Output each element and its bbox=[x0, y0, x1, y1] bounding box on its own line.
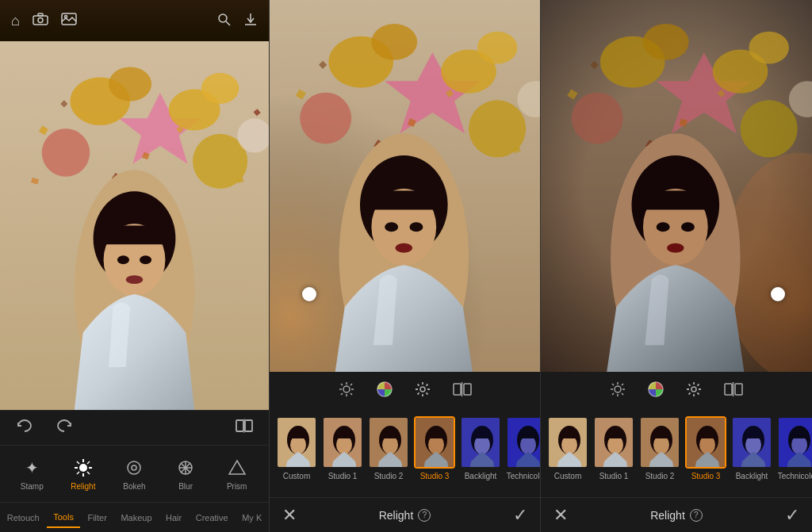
filter-thumb-custom bbox=[276, 416, 317, 469]
panel2-sun-icon[interactable] bbox=[339, 381, 354, 401]
nav-makeup[interactable]: Makeup bbox=[114, 508, 158, 527]
panel2-compare-icon[interactable] bbox=[453, 382, 472, 400]
svg-rect-158 bbox=[735, 384, 742, 395]
svg-rect-35 bbox=[245, 420, 252, 431]
panel3-sun-icon[interactable] bbox=[610, 381, 626, 401]
undo-redo-bar bbox=[0, 410, 269, 445]
svg-marker-53 bbox=[229, 461, 245, 474]
svg-point-5 bbox=[219, 14, 227, 22]
filter-item-technicolor[interactable]: Technicolor bbox=[506, 416, 540, 480]
panel3-confirm-button[interactable]: ✓ bbox=[785, 505, 799, 526]
svg-point-146 bbox=[615, 386, 621, 392]
undo-button[interactable] bbox=[13, 415, 36, 440]
svg-line-85 bbox=[350, 384, 352, 385]
stamp-icon: ✦ bbox=[21, 457, 43, 479]
nav-retouch[interactable]: Retouch bbox=[1, 508, 46, 527]
bokeh-icon bbox=[123, 457, 145, 479]
tool-stamp[interactable]: ✦ Stamp bbox=[11, 457, 52, 491]
panel-1: ⌂ bbox=[0, 0, 270, 532]
panel3-color-icon[interactable] bbox=[648, 381, 664, 401]
search-icon[interactable] bbox=[216, 12, 231, 30]
panel3-filter-thumb-studio2 bbox=[639, 416, 680, 469]
panel1-bottom-controls: ✦ Stamp Relig bbox=[0, 410, 269, 532]
panel3-filter-item-studio1[interactable]: Studio 1 bbox=[593, 416, 634, 480]
svg-rect-34 bbox=[236, 420, 243, 431]
filter-label-custom: Custom bbox=[283, 472, 310, 480]
panel2-cancel-button[interactable]: ✕ bbox=[282, 505, 297, 526]
panel2-ctrl-icons bbox=[270, 372, 540, 410]
filter-thumb-studio1 bbox=[322, 416, 363, 469]
svg-line-43 bbox=[87, 472, 90, 474]
svg-line-153 bbox=[622, 384, 623, 385]
home-icon[interactable]: ⌂ bbox=[11, 13, 20, 29]
tool-blur[interactable]: Blur bbox=[165, 457, 206, 491]
tool-prism[interactable]: Prism bbox=[216, 457, 258, 491]
panel1-header: ⌂ bbox=[0, 0, 269, 41]
panel2-confirm-button[interactable]: ✓ bbox=[513, 505, 527, 526]
panel3-filter-strip: Custom Studio 1 bbox=[541, 410, 812, 497]
compare-button[interactable] bbox=[232, 415, 256, 440]
panel2-settings-icon[interactable] bbox=[415, 381, 431, 401]
tool-relight[interactable]: Relight bbox=[63, 457, 104, 491]
panel2-help-icon[interactable]: ? bbox=[418, 509, 431, 522]
panel3-filter-item-studio3[interactable]: Studio 3 bbox=[685, 416, 726, 480]
nav-tools[interactable]: Tools bbox=[47, 507, 80, 528]
filter-item-studio3[interactable]: Studio 3 bbox=[414, 416, 455, 480]
panel2-action-row: ✕ Relight ? ✓ bbox=[270, 497, 540, 532]
svg-line-6 bbox=[226, 21, 230, 25]
tools-bar: ✦ Stamp Relig bbox=[0, 445, 269, 502]
filter-label-studio2: Studio 2 bbox=[374, 472, 404, 480]
svg-line-152 bbox=[622, 393, 623, 395]
svg-point-37 bbox=[79, 464, 87, 472]
panel3-cancel-button[interactable]: ✕ bbox=[553, 505, 568, 526]
filter-thumb-technicolor bbox=[506, 416, 540, 469]
svg-rect-90 bbox=[464, 384, 471, 395]
nav-filter[interactable]: Filter bbox=[81, 508, 113, 527]
svg-point-4 bbox=[64, 15, 67, 17]
svg-point-77 bbox=[395, 243, 412, 253]
download-icon[interactable] bbox=[243, 12, 258, 30]
panel3-help-icon[interactable]: ? bbox=[690, 509, 703, 522]
svg-rect-2 bbox=[38, 13, 43, 16]
panel3-filter-label-studio1: Studio 1 bbox=[599, 472, 629, 480]
nav-creative[interactable]: Creative bbox=[190, 508, 235, 527]
svg-point-31 bbox=[117, 255, 129, 264]
panel3-filter-item-technicolor[interactable]: Technicolor bbox=[777, 416, 812, 480]
svg-point-61 bbox=[477, 32, 518, 64]
filter-item-backlight[interactable]: Backlight bbox=[460, 416, 501, 480]
panel3-filter-thumb-technicolor bbox=[777, 416, 812, 469]
panel3-filter-thumb-studio1 bbox=[593, 416, 634, 469]
svg-rect-105 bbox=[381, 434, 400, 438]
svg-point-15 bbox=[201, 73, 239, 104]
panel2-title: Relight ? bbox=[297, 509, 513, 522]
panel3-compare-icon[interactable] bbox=[724, 382, 743, 400]
panel3-ctrl-icons bbox=[541, 372, 812, 410]
svg-point-143 bbox=[657, 222, 670, 232]
panel3-photo-svg bbox=[541, 0, 812, 372]
filter-thumb-backlight bbox=[460, 416, 501, 469]
panel3-filter-item-backlight[interactable]: Backlight bbox=[731, 416, 772, 480]
svg-line-45 bbox=[77, 472, 79, 474]
svg-rect-0 bbox=[33, 16, 48, 25]
svg-line-154 bbox=[612, 393, 614, 395]
filter-thumb-studio3 bbox=[414, 416, 455, 469]
tool-bokeh[interactable]: Bokeh bbox=[113, 457, 155, 491]
panel3-settings-icon[interactable] bbox=[686, 381, 702, 401]
nav-myk[interactable]: My K bbox=[236, 508, 268, 527]
svg-point-145 bbox=[667, 243, 684, 253]
filter-item-custom[interactable]: Custom bbox=[276, 416, 317, 480]
panel3-filter-item-studio2[interactable]: Studio 2 bbox=[639, 416, 680, 480]
svg-point-156 bbox=[691, 387, 696, 392]
camera-icon[interactable] bbox=[33, 13, 48, 29]
gallery-icon[interactable] bbox=[61, 13, 77, 29]
redo-button[interactable] bbox=[52, 415, 76, 440]
panel3-relight-dot[interactable] bbox=[771, 287, 785, 301]
panel3-filter-item-custom[interactable]: Custom bbox=[547, 416, 588, 480]
panel2-relight-dot[interactable] bbox=[302, 287, 316, 301]
filter-item-studio1[interactable]: Studio 1 bbox=[322, 416, 363, 480]
panel2-color-icon[interactable] bbox=[377, 381, 393, 401]
svg-rect-163 bbox=[560, 434, 579, 438]
filter-item-studio2[interactable]: Studio 2 bbox=[368, 416, 409, 480]
blur-icon bbox=[174, 457, 197, 479]
nav-hair[interactable]: Hair bbox=[159, 508, 188, 527]
